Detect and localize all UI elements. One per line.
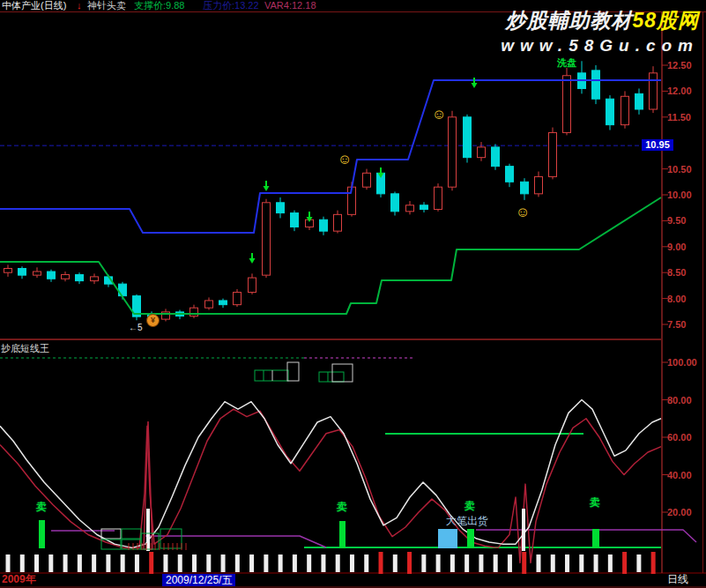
strip-bar: [63, 555, 68, 572]
sell-arrow-icon: [249, 258, 256, 264]
strip-bar: [579, 555, 583, 572]
sell-marker-label: 卖: [464, 499, 475, 514]
candle-body: [592, 71, 600, 99]
strip-bar: [6, 555, 11, 572]
price-axis-label: 8.00: [667, 294, 704, 304]
oscillator-white-curve: [0, 400, 661, 548]
strip-bar: [192, 555, 197, 572]
candle-body: [48, 272, 56, 279]
lower-band-line: [0, 197, 661, 314]
candle-body: [277, 203, 285, 213]
sell-marker-bar: [339, 521, 346, 548]
white-spike-bar: [146, 509, 150, 551]
year-label: 2009年: [2, 573, 36, 586]
candle-body: [391, 194, 399, 212]
sell-arrow-icon: [472, 83, 478, 88]
candle-body: [420, 205, 428, 210]
sell-marker-label: 卖: [337, 500, 347, 515]
time-axis-row: 2009年 2009/12/25/五 日线: [0, 573, 706, 588]
strip-bar: [636, 555, 641, 572]
sell-marker-bar: [39, 520, 45, 548]
candle-body: [435, 187, 442, 209]
strip-bar: [565, 555, 569, 572]
strip-bar: [293, 555, 297, 572]
candle-body: [219, 301, 227, 305]
price-axis-label: 11.50: [667, 112, 704, 123]
price-axis-label: 10.50: [667, 164, 704, 175]
strip-bar: [48, 555, 53, 572]
value-axis-label: 20.00: [667, 507, 704, 517]
white-spike-bar: [522, 509, 525, 551]
strip-bar: [551, 555, 555, 572]
strip-bar-red: [651, 552, 656, 574]
strip-bar-red: [379, 552, 383, 574]
watermark-url: www.58Gu.com: [501, 36, 699, 56]
strip-bar: [121, 555, 125, 572]
pattern-box: [319, 372, 344, 382]
price-axis-label: 9.50: [667, 215, 704, 226]
candle-body: [492, 147, 500, 167]
strip-bar: [235, 555, 240, 572]
candle-body: [76, 275, 84, 281]
candle-body: [33, 272, 41, 275]
candle-body: [62, 275, 70, 279]
watermark-brand: 炒股輔助教材: [505, 9, 632, 32]
strip-bar: [20, 555, 25, 572]
coin-icon: ¥: [146, 314, 160, 327]
strip-bar: [321, 555, 325, 572]
price-axis-label: 12.50: [667, 60, 704, 71]
sell-marker-bar: [592, 529, 599, 548]
candle-body: [363, 173, 371, 187]
candle-body: [535, 176, 543, 193]
candle-body: [334, 214, 342, 231]
strip-bar: [594, 555, 598, 572]
candle-body: [263, 203, 271, 275]
strip-bar: [279, 555, 283, 572]
strip-bar: [536, 555, 540, 572]
strip-bar: [78, 555, 82, 572]
strip-bar: [135, 555, 139, 572]
value-axis-label: 80.00: [667, 395, 704, 406]
signal-label: 神针头卖: [87, 0, 126, 11]
candle-body: [320, 220, 328, 231]
pattern-box: [332, 364, 353, 382]
sell-marker-label: 卖: [590, 495, 600, 510]
smiley-icon: ☺: [432, 108, 446, 121]
strip-bar: [508, 555, 512, 572]
candle-body: [506, 167, 514, 182]
price-axis-label: 7.50: [667, 319, 704, 330]
oscillator-red-curve: [0, 409, 661, 562]
sell-signal-icon: ↓: [77, 0, 82, 11]
strip-bar: [436, 555, 441, 572]
candle-body: [464, 117, 472, 158]
price-axis-label: 10.00: [667, 190, 704, 200]
candle-body: [205, 301, 213, 308]
price-axis-label: 12.00: [667, 86, 704, 96]
support-price-label: 支撑价:9.88: [134, 0, 184, 11]
candle-body: [650, 73, 658, 109]
smiley-icon: ☺: [338, 153, 352, 166]
strip-bar: [264, 555, 268, 572]
candle-body: [249, 278, 256, 292]
watermark-brand-site: 58股网: [632, 9, 699, 32]
pattern-box: [255, 370, 288, 381]
strip-bar: [163, 555, 167, 572]
strip-bar: [464, 555, 469, 572]
candle-body: [635, 93, 643, 109]
date-indicator: 2009/12/25/五: [162, 574, 235, 586]
candle-body: [4, 268, 12, 272]
var4-label: VAR4:12.18: [264, 0, 316, 11]
price-axis-label: 8.50: [667, 267, 704, 278]
value-axis-label: 60.00: [667, 432, 704, 443]
candle-body: [521, 182, 529, 194]
indicator-name: 抄底短线王: [1, 343, 49, 354]
candle-body: [291, 213, 299, 227]
sell-arrow-icon: [264, 186, 270, 191]
trading-app-window: 中体产业(日线) ↓ 神针头卖 支撑价:9.88 压力价:13.22 VAR4:…: [0, 0, 706, 588]
value-axis-label: 40.00: [667, 470, 704, 480]
sell-marker-label: 卖: [36, 500, 47, 515]
strip-bar-red: [622, 552, 627, 574]
candle-body: [549, 132, 557, 176]
wash-annotation: 洗盘: [557, 56, 576, 70]
candle-body: [621, 96, 629, 124]
